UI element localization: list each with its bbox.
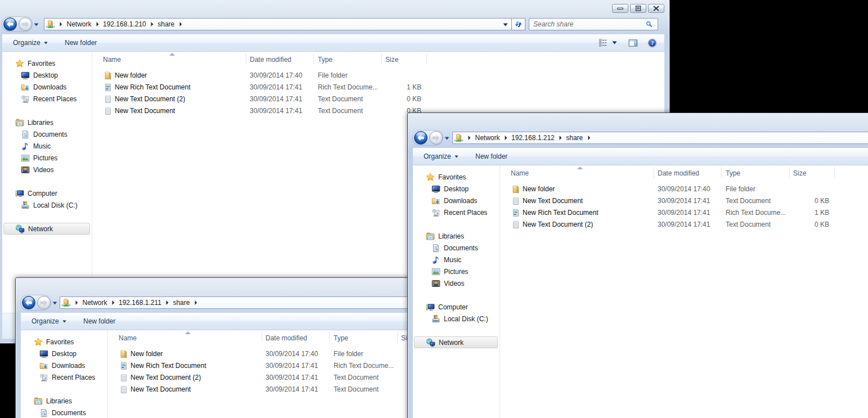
file-row[interactable]: New Text Document (2) 30/09/2014 17:41 T…: [501, 219, 868, 231]
column-separator[interactable]: [397, 332, 398, 343]
breadcrumb-label[interactable]: Network: [83, 299, 107, 307]
organize-menu[interactable]: Organize: [13, 34, 48, 51]
sidebar-item[interactable]: Documents: [414, 242, 498, 254]
sidebar-item[interactable]: Downloads: [414, 195, 498, 206]
breadcrumb[interactable]: 192.168.1.211: [107, 297, 161, 308]
address-bar[interactable]: Network192.168.1.210share: [44, 18, 512, 30]
help-icon[interactable]: [647, 38, 657, 48]
breadcrumb[interactable]: share: [146, 19, 175, 30]
sidebar-item[interactable]: Computer: [414, 301, 498, 313]
sidebar-item[interactable]: Videos: [414, 277, 498, 289]
back-button[interactable]: [22, 296, 35, 309]
column-header-name[interactable]: Name: [511, 168, 529, 179]
sidebar-item[interactable]: Desktop: [3, 69, 90, 81]
breadcrumb[interactable]: share: [161, 297, 190, 308]
breadcrumb[interactable]: Network: [71, 297, 107, 308]
sidebar-item[interactable]: Favorites: [3, 57, 90, 69]
forward-button[interactable]: [429, 131, 443, 145]
sidebar-item[interactable]: Libraries: [22, 395, 106, 407]
column-separator[interactable]: [246, 53, 246, 64]
views-dropdown-icon[interactable]: [612, 41, 617, 44]
column-header-type[interactable]: Type: [334, 332, 348, 344]
recent-pages-dropdown-icon[interactable]: [52, 302, 57, 305]
back-button[interactable]: [414, 131, 428, 145]
file-name[interactable]: New Text Document: [131, 384, 191, 395]
recent-pages-dropdown-icon[interactable]: [34, 23, 39, 26]
sidebar-item[interactable]: Downloads: [3, 81, 90, 93]
breadcrumb[interactable]: 192.168.1.210: [92, 19, 146, 30]
titlebar[interactable]: [0, 0, 669, 17]
column-separator[interactable]: [834, 167, 835, 178]
sidebar-item[interactable]: Network: [3, 223, 90, 235]
address-dropdown-icon[interactable]: [503, 23, 508, 26]
column-separator[interactable]: [654, 167, 654, 178]
sidebar-item[interactable]: Videos: [3, 164, 90, 176]
breadcrumb-label[interactable]: share: [173, 299, 190, 307]
views-icon[interactable]: [599, 38, 608, 47]
column-header-type[interactable]: Type: [318, 54, 332, 65]
breadcrumb-label[interactable]: share: [566, 134, 583, 142]
column-header-name[interactable]: Name: [103, 54, 121, 65]
breadcrumb-label[interactable]: 192.168.1.210: [103, 20, 146, 28]
sidebar-item[interactable]: Favorites: [22, 336, 106, 348]
sidebar-item[interactable]: Pictures: [414, 266, 498, 277]
sidebar-item[interactable]: Recent Places: [22, 371, 106, 383]
close-button[interactable]: [648, 4, 664, 13]
file-row[interactable]: New folder 30/09/2014 17:40 File folder: [93, 70, 664, 82]
file-name[interactable]: New folder: [523, 183, 555, 195]
file-row[interactable]: New Text Document (2) 30/09/2014 17:41 T…: [93, 93, 664, 105]
column-separator[interactable]: [721, 167, 722, 178]
sidebar-item[interactable]: Recent Places: [3, 93, 90, 105]
breadcrumb[interactable]: Network: [464, 132, 500, 143]
breadcrumb-label[interactable]: Network: [475, 134, 500, 142]
sidebar-item[interactable]: Music: [414, 254, 498, 266]
sidebar-item[interactable]: Favorites: [414, 171, 498, 183]
minimize-button[interactable]: [612, 4, 628, 13]
file-name[interactable]: New folder: [115, 70, 147, 82]
forward-button[interactable]: [19, 17, 32, 31]
back-button[interactable]: [3, 17, 17, 31]
sidebar-item[interactable]: Recent Places: [414, 206, 498, 218]
organize-menu[interactable]: Organize: [32, 313, 66, 330]
column-header-name[interactable]: Name: [119, 332, 137, 344]
column-header-type[interactable]: Type: [726, 168, 740, 179]
sidebar-item[interactable]: Music: [3, 140, 90, 152]
breadcrumb-label[interactable]: 192.168.1.211: [119, 299, 161, 307]
sidebar-item[interactable]: Documents: [22, 407, 106, 418]
new-folder-button[interactable]: New folder: [475, 148, 507, 165]
file-name[interactable]: New Text Document (2): [523, 219, 593, 231]
new-folder-button[interactable]: New folder: [65, 34, 97, 51]
column-separator[interactable]: [329, 332, 330, 343]
column-header-date-modified[interactable]: Date modified: [658, 168, 699, 179]
sidebar-item[interactable]: Desktop: [22, 348, 106, 359]
breadcrumb-label[interactable]: Network: [67, 20, 92, 28]
column-header-date-modified[interactable]: Date modified: [250, 54, 291, 65]
file-name[interactable]: New Text Document (2): [115, 93, 185, 105]
column-separator[interactable]: [262, 332, 262, 343]
file-row[interactable]: New Text Document 30/09/2014 17:41 Text …: [501, 195, 868, 207]
column-separator[interactable]: [381, 53, 382, 64]
breadcrumb[interactable]: 192.168.1.212: [500, 132, 555, 143]
sidebar-item[interactable]: Documents: [3, 128, 90, 140]
search-box[interactable]: Search share: [529, 18, 658, 30]
titlebar[interactable]: [408, 113, 868, 131]
new-folder-button[interactable]: New folder: [83, 313, 115, 330]
breadcrumb[interactable]: share: [555, 132, 583, 143]
column-separator[interactable]: [313, 53, 314, 64]
sidebar-item[interactable]: Network: [414, 336, 498, 348]
sidebar-item[interactable]: Local Disk (C:): [414, 313, 498, 325]
column-header-date-modified[interactable]: Date modified: [266, 332, 307, 344]
breadcrumb-label[interactable]: share: [158, 20, 174, 28]
sidebar-item[interactable]: Computer: [3, 187, 90, 199]
file-name[interactable]: New Rich Text Document: [131, 360, 206, 372]
sidebar-item[interactable]: Desktop: [414, 183, 498, 195]
forward-button[interactable]: [37, 296, 51, 309]
breadcrumb-label[interactable]: 192.168.1.212: [511, 134, 555, 142]
sidebar-item[interactable]: Libraries: [3, 116, 90, 128]
file-name[interactable]: New Text Document (2): [131, 372, 201, 384]
column-header-size[interactable]: Size: [793, 168, 806, 179]
file-name[interactable]: New folder: [131, 348, 163, 360]
preview-pane-icon[interactable]: [628, 38, 638, 48]
organize-menu[interactable]: Organize: [424, 148, 458, 165]
sidebar-item[interactable]: Pictures: [3, 152, 90, 164]
